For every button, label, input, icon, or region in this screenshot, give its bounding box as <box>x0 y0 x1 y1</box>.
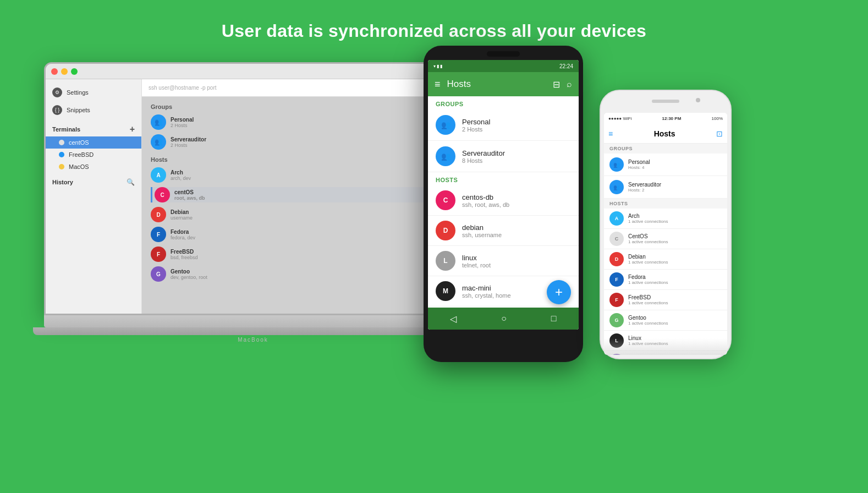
mac-hosts-content: Groups 👥 Personal 2 Hosts <box>142 97 438 315</box>
mac-snippets-item[interactable]: { } Snippets <box>46 101 141 119</box>
mac-sidebar: ⚙ Settings { } Snippets Terminals <box>46 79 142 315</box>
iphone-toolbar-title: Hosts <box>617 129 712 138</box>
android-recents-button[interactable]: □ <box>551 314 557 324</box>
mac-group-personal[interactable]: 👥 Personal 2 Hosts <box>151 114 430 130</box>
iphone-camera-dot <box>696 98 700 102</box>
android-statusbar: ▾ ▮ ▮ 22:24 <box>428 60 579 72</box>
android-host-debian[interactable]: D debian ssh, username <box>428 216 579 246</box>
minimize-dot[interactable] <box>61 68 68 75</box>
android-body: ▾ ▮ ▮ 22:24 ≡ Hosts ⊟ ⌕ Groups <box>424 46 583 362</box>
close-dot[interactable] <box>51 68 58 75</box>
mac-groups-label: Groups <box>151 103 430 110</box>
android-search-icon[interactable]: ⌕ <box>567 79 572 89</box>
mac-group-serverauditor[interactable]: 👥 Serverauditor 2 Hosts <box>151 134 430 150</box>
search-history-icon[interactable]: 🔍 <box>127 178 135 186</box>
android-home-button[interactable]: ○ <box>501 314 507 324</box>
android-fab[interactable]: + <box>547 280 571 304</box>
iphone-screen: ●●●●● WiFi 12:30 PM 100% ≡ Hosts ⊡ GROUP… <box>604 113 727 355</box>
android-phone-device: ▾ ▮ ▮ 22:24 ≡ Hosts ⊟ ⌕ Groups <box>424 46 583 365</box>
android-menu-icon[interactable]: ≡ <box>435 79 441 90</box>
history-section-header: History 🔍 <box>46 173 141 188</box>
iphone-battery: 100% <box>712 116 723 121</box>
macbook-titlebar <box>46 64 438 79</box>
mac-host-centos[interactable]: C centOS root, aws, db <box>151 187 430 202</box>
iphone-group-serverauditor[interactable]: 👥 Serverauditor Hosts: 2 <box>604 176 727 199</box>
mac-host-fedora[interactable]: F Fedora fedora, dev <box>151 227 430 242</box>
mac-hosts-label: Hosts <box>151 156 430 163</box>
iphone-body: ●●●●● WiFi 12:30 PM 100% ≡ Hosts ⊡ GROUP… <box>600 90 732 359</box>
iphone-host-centos[interactable]: C CentOS 1 active connections <box>604 229 727 249</box>
android-host-linux[interactable]: L linux telnet, root <box>428 246 579 276</box>
snippets-label: Snippets <box>67 107 90 113</box>
macbook-foot <box>33 327 451 335</box>
android-screen: ▾ ▮ ▮ 22:24 ≡ Hosts ⊟ ⌕ Groups <box>428 60 579 330</box>
macbook-base <box>44 315 440 327</box>
android-list-content: Groups 👥 Personal 2 Hosts <box>428 96 579 310</box>
mac-host-arch[interactable]: A Arch arch, dev <box>151 167 430 183</box>
terminal-centos[interactable]: centOS <box>46 136 141 149</box>
iphone-hosts-header: HOSTS <box>604 199 727 209</box>
iphone-fade-overlay <box>604 338 727 355</box>
iphone-copy-icon[interactable]: ⊡ <box>716 129 723 138</box>
maximize-dot[interactable] <box>71 68 78 75</box>
android-host-centos-db[interactable]: C centos-db ssh, root, aws, db <box>428 185 579 216</box>
add-terminal-button[interactable]: + <box>130 124 135 134</box>
android-groups-header: Groups <box>428 96 579 109</box>
mac-host-debian[interactable]: D Debian username <box>151 207 430 222</box>
mac-main: ssh user@hostname -p port Groups 👥 <box>142 79 438 315</box>
android-toolbar: ≡ Hosts ⊟ ⌕ <box>428 72 579 96</box>
hero-section: User data is synchronized across all you… <box>0 0 868 41</box>
iphone-host-arch[interactable]: A Arch 1 active connections <box>604 209 727 229</box>
android-back-button[interactable]: ◁ <box>450 314 457 324</box>
mac-host-freebsd[interactable]: F FreeBSD bsd, freebsd <box>151 246 430 262</box>
mac-host-gentoo[interactable]: G Gentoo dev, gentoo, root <box>151 266 430 282</box>
iphone-group-personal[interactable]: 👥 Personal Hosts: 4 <box>604 154 727 176</box>
devices-container: ⚙ Settings { } Snippets Terminals <box>0 46 868 464</box>
terminal-freebsd[interactable]: FreeBSD <box>46 149 141 161</box>
android-status-time: 22:24 <box>559 63 573 69</box>
iphone-speaker <box>652 100 679 103</box>
android-toolbar-title: Hosts <box>447 79 546 90</box>
settings-label: Settings <box>67 89 89 96</box>
iphone-host-fedora[interactable]: F Fedora 1 active connections <box>604 270 727 290</box>
hero-title: User data is synchronized across all you… <box>0 21 868 41</box>
android-filter-icon[interactable]: ⊟ <box>553 79 560 90</box>
iphone-host-gentoo[interactable]: G Gentoo 1 active connections <box>604 310 727 331</box>
android-group-personal[interactable]: 👥 Personal 2 Hosts <box>428 109 579 141</box>
macbook-device: ⚙ Settings { } Snippets Terminals <box>44 62 462 343</box>
iphone-host-debian[interactable]: D Debian 1 active connections <box>604 249 727 270</box>
iphone-statusbar: ●●●●● WiFi 12:30 PM 100% <box>604 113 727 124</box>
macbook-content: ⚙ Settings { } Snippets Terminals <box>46 79 438 315</box>
android-hosts-header: Hosts <box>428 172 579 185</box>
macbook-label: MacBook <box>44 337 462 343</box>
macbook-body: ⚙ Settings { } Snippets Terminals <box>44 62 440 315</box>
android-camera <box>487 51 520 57</box>
android-navbar: ◁ ○ □ <box>428 308 579 330</box>
iphone-signal: ●●●●● WiFi <box>608 116 631 121</box>
iphone-toolbar: ≡ Hosts ⊡ <box>604 124 727 144</box>
terminal-macos[interactable]: MacOS <box>46 161 141 173</box>
iphone-menu-icon[interactable]: ≡ <box>608 129 613 138</box>
mac-address-bar[interactable]: ssh user@hostname -p port <box>142 79 438 97</box>
terminals-section-header: Terminals + <box>46 119 141 136</box>
iphone-device: ●●●●● WiFi 12:30 PM 100% ≡ Hosts ⊡ GROUP… <box>600 90 732 359</box>
iphone-host-freebsd[interactable]: F FreeBSD 1 active connections <box>604 290 727 310</box>
iphone-groups-header: GROUPS <box>604 144 727 154</box>
mac-settings-item[interactable]: ⚙ Settings <box>46 84 141 101</box>
android-group-serverauditor[interactable]: 👥 Serverauditor 8 Hosts <box>428 141 579 172</box>
android-status-icons: ▾ ▮ ▮ <box>433 64 442 69</box>
iphone-time: 12:30 PM <box>662 116 682 121</box>
